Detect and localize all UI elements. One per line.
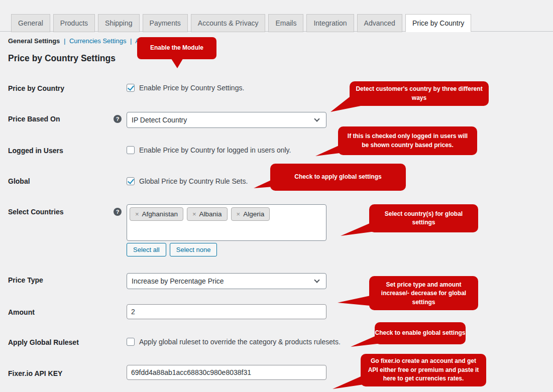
- settings-page: General Products Shipping Payments Accou…: [0, 0, 553, 392]
- settings-subnav: General Settings | Currencies Settings |…: [8, 37, 149, 45]
- apply-global-ruleset-label[interactable]: Apply global ruleset to override the cat…: [139, 338, 341, 346]
- callout-logged-in-users: If this is checked only logged in users …: [338, 126, 477, 155]
- subnav-general-settings[interactable]: General Settings: [8, 37, 60, 45]
- page-title: Price by Country Settings: [8, 53, 116, 64]
- apply-global-ruleset-checkbox-row: Apply global ruleset to override the cat…: [127, 338, 341, 346]
- settings-tabbar: General Products Shipping Payments Accou…: [11, 14, 471, 32]
- chevron-down-icon: [314, 116, 319, 121]
- remove-tag-icon[interactable]: [192, 210, 196, 218]
- subnav-currencies-settings-link[interactable]: Currencies Settings: [69, 37, 126, 45]
- tag-label: Afghanistan: [142, 210, 178, 218]
- tab-general[interactable]: General: [11, 14, 50, 32]
- global-checkbox-row: Global Price by Country Rule Sets.: [127, 177, 248, 185]
- tab-advanced[interactable]: Advanced: [357, 14, 402, 32]
- help-icon[interactable]: ?: [114, 115, 122, 123]
- price-based-on-value: IP Detect Country: [132, 116, 187, 124]
- callout-apply-global: Check to apply global settings: [270, 164, 406, 191]
- amount-input[interactable]: [127, 304, 326, 319]
- tab-shipping[interactable]: Shipping: [98, 14, 140, 32]
- tab-price-by-country[interactable]: Price by Country: [405, 14, 471, 32]
- label-price-type: Price Type: [8, 276, 111, 284]
- tab-emails[interactable]: Emails: [268, 14, 303, 32]
- enable-price-by-country-checkbox[interactable]: [127, 84, 135, 92]
- select-countries-multiselect[interactable]: Afghanistan Albania Algeria: [127, 204, 326, 241]
- callout-detect-country: Detect customer's country by three diffe…: [350, 81, 489, 106]
- remove-tag-icon[interactable]: [135, 210, 139, 218]
- select-none-button[interactable]: Select none: [170, 243, 217, 256]
- callout-enable-global: Check to enable global settings: [375, 322, 466, 344]
- label-amount: Amount: [8, 308, 111, 316]
- price-based-on-select[interactable]: IP Detect Country: [127, 112, 326, 128]
- tag-label: Algeria: [243, 210, 264, 218]
- select-buttons-row: Select all Select none: [127, 243, 217, 256]
- label-price-based-on: Price Based On: [8, 115, 111, 123]
- selected-country-tag: Afghanistan: [130, 207, 183, 221]
- subnav-separator: |: [64, 37, 65, 45]
- callout-enable-module: Enable the Module: [137, 37, 216, 59]
- select-all-button[interactable]: Select all: [127, 243, 166, 256]
- label-fixer-api-key: Fixer.io API KEY: [8, 369, 111, 377]
- callout-fixer-api: Go fixer.io create an account and get AP…: [361, 354, 486, 386]
- callout-price-type: Set price type and amount increase/- dec…: [369, 276, 478, 310]
- help-icon[interactable]: ?: [114, 208, 122, 216]
- label-logged-in-users: Logged in Users: [8, 147, 111, 155]
- fixer-api-key-input[interactable]: [127, 365, 326, 380]
- chevron-down-icon: [314, 277, 319, 283]
- logged-in-users-label[interactable]: Enable Price by Country for logged in us…: [139, 146, 291, 154]
- tab-products[interactable]: Products: [53, 14, 95, 32]
- price-type-value: Increase by Percentage Price: [132, 277, 224, 285]
- enable-price-by-country-label[interactable]: Enable Price by Country Settings.: [139, 84, 244, 92]
- selected-country-tag: Algeria: [231, 207, 270, 221]
- label-global: Global: [8, 177, 111, 185]
- tab-integration[interactable]: Integration: [306, 14, 354, 32]
- apply-global-ruleset-checkbox[interactable]: [127, 338, 135, 346]
- tab-payments[interactable]: Payments: [143, 14, 188, 32]
- logged-in-users-checkbox[interactable]: [127, 146, 135, 154]
- global-rulesets-checkbox[interactable]: [127, 177, 135, 185]
- selected-country-tag: Albania: [187, 207, 228, 221]
- callout-select-countries: Select country(s) for global settings: [369, 204, 478, 232]
- remove-tag-icon[interactable]: [237, 210, 241, 218]
- subnav-separator: |: [130, 37, 132, 45]
- label-apply-global-ruleset: Apply Global Ruleset: [8, 338, 111, 346]
- global-rulesets-label[interactable]: Global Price by Country Rule Sets.: [139, 177, 248, 185]
- tag-label: Albania: [199, 210, 222, 218]
- label-select-countries: Select Countries: [8, 208, 111, 216]
- price-by-country-checkbox-row: Enable Price by Country Settings.: [127, 84, 244, 92]
- logged-in-users-checkbox-row: Enable Price by Country for logged in us…: [127, 146, 291, 154]
- tab-accounts-privacy[interactable]: Accounts & Privacy: [191, 14, 266, 32]
- price-type-select[interactable]: Increase by Percentage Price: [127, 273, 326, 289]
- label-price-by-country: Price by Country: [8, 84, 111, 92]
